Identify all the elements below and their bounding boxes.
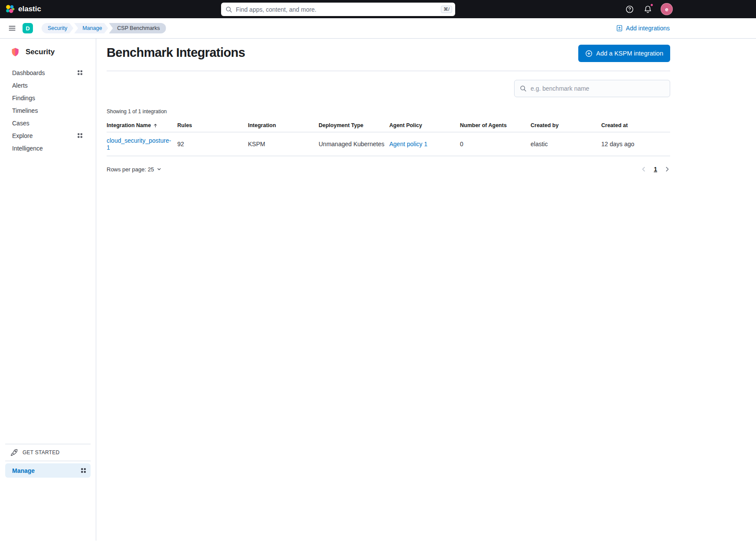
column-label: Integration Name (107, 122, 151, 128)
chevron-left-icon (641, 166, 647, 172)
page-title: Benchmark Integrations (107, 45, 245, 60)
add-kspm-integration-label: Add a KSPM integration (596, 50, 663, 57)
rows-per-page-button[interactable]: Rows per page: 25 (107, 166, 162, 173)
sidebar-title: Security (26, 48, 55, 56)
breadcrumb-manage[interactable]: Manage (74, 23, 108, 33)
sidebar-item-label: Timelines (12, 107, 38, 114)
created-by-cell: elastic (531, 132, 601, 156)
breadcrumb-security[interactable]: Security (42, 23, 73, 33)
global-search-input[interactable] (236, 6, 437, 13)
agent-policy-link[interactable]: Agent policy 1 (389, 141, 427, 148)
app-body: Security Dashboards Alerts Findings Time… (0, 39, 756, 541)
add-integrations-label: Add integrations (626, 25, 670, 32)
user-avatar[interactable]: e (661, 3, 673, 15)
global-search[interactable]: ⌘/ (221, 3, 455, 16)
column-header-rules: Rules (177, 119, 248, 132)
breadcrumb-bar: D Security Manage CSP Benchmarks Add int… (0, 18, 756, 39)
sidebar-item-label: Manage (12, 467, 35, 474)
elastic-logo[interactable]: elastic (5, 4, 41, 14)
sidebar-item-alerts[interactable]: Alerts (0, 79, 96, 92)
grid-icon[interactable] (81, 468, 86, 473)
results-count: Showing 1 of 1 integration (107, 108, 670, 115)
header-actions: e (624, 3, 673, 15)
divider (107, 71, 670, 71)
global-header: elastic ⌘/ e (0, 0, 756, 18)
sidebar-item-label: Alerts (12, 82, 28, 89)
divider (5, 461, 91, 461)
rocket-icon (10, 449, 18, 456)
add-integrations-icon (616, 25, 623, 32)
sidebar-nav: Dashboards Alerts Findings Timelines Cas… (0, 66, 96, 154)
column-header-created-at: Created at (601, 119, 670, 132)
menu-icon (8, 24, 16, 32)
sidebar-item-label: Intelligence (12, 145, 43, 152)
column-header-deployment-type: Deployment Type (319, 119, 389, 132)
column-header-integration-name[interactable]: Integration Name (107, 119, 177, 132)
sidebar-item-cases[interactable]: Cases (0, 117, 96, 129)
number-of-agents-cell: 0 (460, 132, 531, 156)
integration-cell: KSPM (248, 132, 319, 156)
breadcrumb: Security Manage CSP Benchmarks (42, 23, 166, 33)
get-started-link[interactable]: GET STARTED (5, 444, 91, 461)
menu-button[interactable] (7, 23, 17, 33)
next-page-button[interactable] (664, 166, 670, 172)
sidebar-item-label: Dashboards (12, 69, 45, 76)
elastic-logo-icon (5, 4, 15, 14)
page-1-button[interactable]: 1 (654, 166, 657, 173)
deployment-type-cell: Unmanaged Kubernetes (319, 132, 389, 156)
sidebar-item-manage[interactable]: Manage (5, 463, 91, 478)
add-kspm-integration-button[interactable]: Add a KSPM integration (578, 45, 670, 62)
main-content: Benchmark Integrations Add a KSPM integr… (96, 39, 756, 541)
search-shortcut-badge: ⌘/ (441, 6, 452, 13)
grid-icon[interactable] (77, 70, 83, 75)
sidebar-item-dashboards[interactable]: Dashboards (0, 66, 96, 79)
notifications-button[interactable] (642, 4, 653, 14)
notification-dot (650, 3, 654, 7)
sidebar-footer: GET STARTED Manage (0, 444, 96, 541)
integration-name-link[interactable]: cloud_security_posture-1 (107, 137, 171, 151)
column-header-integration: Integration (248, 119, 319, 132)
column-header-agent-policy: Agent Policy (389, 119, 460, 132)
created-at-cell: 12 days ago (601, 132, 670, 156)
sidebar-item-explore[interactable]: Explore (0, 129, 96, 142)
sidebar-item-label: Findings (12, 95, 35, 102)
chevron-down-icon (156, 167, 162, 172)
get-started-label: GET STARTED (23, 449, 59, 456)
sidebar-item-label: Explore (12, 132, 33, 139)
pagination: 1 (641, 166, 670, 173)
add-integrations-link[interactable]: Add integrations (616, 25, 670, 32)
search-icon (225, 6, 232, 13)
sidebar-item-intelligence[interactable]: Intelligence (0, 142, 96, 154)
deployment-badge[interactable]: D (23, 23, 33, 33)
sidebar-header: Security (0, 47, 96, 57)
chevron-right-icon (664, 166, 670, 172)
logo-text: elastic (18, 5, 41, 13)
search-icon (520, 85, 527, 92)
previous-page-button[interactable] (641, 166, 647, 172)
security-app-icon (10, 47, 20, 57)
plus-circle-icon (585, 50, 593, 57)
sort-ascending-icon (153, 123, 158, 128)
rows-per-page-label: Rows per page: 25 (107, 166, 154, 173)
table-footer: Rows per page: 25 1 (107, 161, 670, 178)
benchmark-search-field[interactable] (514, 80, 670, 97)
column-header-number-of-agents: Number of Agents (460, 119, 531, 132)
grid-icon[interactable] (77, 133, 83, 138)
benchmark-search-input[interactable] (531, 85, 665, 92)
rules-cell: 92 (177, 132, 248, 156)
sidebar-item-timelines[interactable]: Timelines (0, 104, 96, 117)
help-icon (626, 5, 634, 13)
sidebar-item-findings[interactable]: Findings (0, 92, 96, 104)
breadcrumb-csp-benchmarks: CSP Benchmarks (109, 23, 166, 33)
table-row: cloud_security_posture-1 92 KSPM Unmanag… (107, 132, 670, 156)
column-header-created-by: Created by (531, 119, 601, 132)
help-button[interactable] (624, 4, 635, 14)
table-header-row: Integration Name Rules Integration Deplo… (107, 119, 670, 132)
security-sidebar: Security Dashboards Alerts Findings Time… (0, 39, 96, 541)
benchmark-table: Integration Name Rules Integration Deplo… (107, 119, 670, 156)
sidebar-item-label: Cases (12, 120, 29, 127)
